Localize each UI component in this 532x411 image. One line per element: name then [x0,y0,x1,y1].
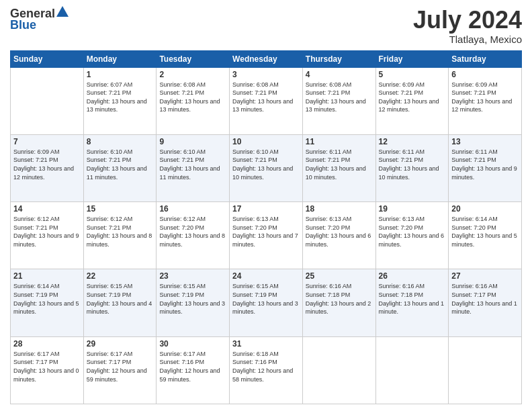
sunrise-text: Sunrise: 6:15 AM [159,282,226,291]
day-number: 7 [13,137,81,146]
logo-blue: Blue [10,18,36,32]
sunset-text: Sunset: 7:19 PM [87,291,154,300]
sunset-text: Sunset: 7:21 PM [232,156,300,165]
calendar-week-3: 14Sunrise: 6:12 AMSunset: 7:21 PMDayligh… [11,202,522,269]
sunset-text: Sunset: 7:21 PM [13,224,81,232]
table-row: 18Sunrise: 6:13 AMSunset: 7:20 PMDayligh… [302,202,375,269]
daylight-text: Daylight: 13 hours and 6 minutes. [379,232,446,248]
daylight-text: Daylight: 13 hours and 12 minutes. [451,97,519,114]
table-row: 28Sunrise: 6:17 AMSunset: 7:17 PMDayligh… [11,336,84,404]
svg-marker-0 [56,6,69,17]
sunset-text: Sunset: 7:17 PM [87,358,154,367]
table-row: 26Sunrise: 6:16 AMSunset: 7:18 PMDayligh… [375,269,449,336]
day-number: 14 [13,204,81,214]
sunset-text: Sunset: 7:21 PM [306,156,373,165]
cell-info: Sunrise: 6:17 AMSunset: 7:17 PMDaylight:… [13,350,81,383]
cell-info: Sunrise: 6:16 AMSunset: 7:17 PMDaylight:… [451,282,519,316]
sunrise-text: Sunrise: 6:18 AM [232,350,300,359]
sunrise-text: Sunrise: 6:08 AM [159,81,226,89]
daylight-text: Daylight: 12 hours and 59 minutes. [159,367,226,383]
cell-info: Sunrise: 6:09 AMSunset: 7:21 PMDaylight:… [451,81,519,114]
logo: General Blue [10,7,69,32]
daylight-text: Daylight: 13 hours and 8 minutes. [159,232,226,248]
sunset-text: Sunset: 7:21 PM [379,89,446,97]
calendar-page: General Blue July 2024 Tlatlaya, Mexico … [0,0,532,411]
table-row: 14Sunrise: 6:12 AMSunset: 7:21 PMDayligh… [11,202,84,269]
day-number: 17 [232,204,300,214]
sunrise-text: Sunrise: 6:16 AM [379,282,446,291]
table-row: 11Sunrise: 6:11 AMSunset: 7:21 PMDayligh… [302,134,375,201]
day-number: 13 [451,137,519,146]
sunrise-text: Sunrise: 6:09 AM [451,81,519,89]
sunrise-text: Sunrise: 6:10 AM [87,148,154,156]
cell-info: Sunrise: 6:17 AMSunset: 7:16 PMDaylight:… [159,350,226,383]
table-row: 9Sunrise: 6:10 AMSunset: 7:21 PMDaylight… [157,134,230,201]
table-row [302,336,375,404]
cell-info: Sunrise: 6:13 AMSunset: 7:20 PMDaylight:… [379,215,446,248]
sunset-text: Sunset: 7:17 PM [13,358,81,367]
sunset-text: Sunset: 7:21 PM [451,89,519,97]
daylight-text: Daylight: 13 hours and 5 minutes. [13,300,81,316]
daylight-text: Daylight: 13 hours and 13 minutes. [159,97,226,114]
sunrise-text: Sunrise: 6:17 AM [159,350,226,359]
daylight-text: Daylight: 12 hours and 58 minutes. [232,367,300,383]
sunrise-text: Sunrise: 6:10 AM [232,148,300,156]
table-row: 8Sunrise: 6:10 AMSunset: 7:21 PMDaylight… [83,134,157,201]
cell-info: Sunrise: 6:11 AMSunset: 7:21 PMDaylight:… [379,148,446,181]
table-row: 25Sunrise: 6:16 AMSunset: 7:18 PMDayligh… [302,269,375,336]
sunset-text: Sunset: 7:17 PM [451,291,519,300]
sunrise-text: Sunrise: 6:12 AM [87,215,154,224]
sunrise-text: Sunrise: 6:11 AM [306,148,373,156]
sunset-text: Sunset: 7:20 PM [232,224,300,232]
daylight-text: Daylight: 13 hours and 10 minutes. [232,165,300,181]
cell-info: Sunrise: 6:09 AMSunset: 7:21 PMDaylight:… [13,148,81,181]
day-number: 25 [306,271,373,281]
table-row: 15Sunrise: 6:12 AMSunset: 7:21 PMDayligh… [83,202,157,269]
cell-info: Sunrise: 6:08 AMSunset: 7:21 PMDaylight:… [232,81,300,114]
sunrise-text: Sunrise: 6:13 AM [306,215,373,224]
day-number: 28 [13,339,81,349]
table-row: 12Sunrise: 6:11 AMSunset: 7:21 PMDayligh… [375,134,449,201]
sunset-text: Sunset: 7:21 PM [232,89,300,97]
daylight-text: Daylight: 13 hours and 13 minutes. [232,97,300,114]
day-number: 6 [451,70,519,79]
daylight-text: Daylight: 13 hours and 9 minutes. [13,232,81,248]
daylight-text: Daylight: 13 hours and 3 minutes. [159,300,226,316]
cell-info: Sunrise: 6:15 AMSunset: 7:19 PMDaylight:… [87,282,154,316]
table-row: 2Sunrise: 6:08 AMSunset: 7:21 PMDaylight… [157,67,230,134]
table-row: 20Sunrise: 6:14 AMSunset: 7:20 PMDayligh… [449,202,522,269]
table-row: 13Sunrise: 6:11 AMSunset: 7:21 PMDayligh… [449,134,522,201]
daylight-text: Daylight: 13 hours and 7 minutes. [232,232,300,248]
cell-info: Sunrise: 6:09 AMSunset: 7:21 PMDaylight:… [379,81,446,114]
calendar-week-4: 21Sunrise: 6:14 AMSunset: 7:19 PMDayligh… [11,269,522,336]
table-row: 3Sunrise: 6:08 AMSunset: 7:21 PMDaylight… [230,67,303,134]
cell-info: Sunrise: 6:07 AMSunset: 7:21 PMDaylight:… [87,81,154,114]
location: Tlatlaya, Mexico [413,34,522,45]
cell-info: Sunrise: 6:10 AMSunset: 7:21 PMDaylight:… [87,148,154,181]
table-row: 24Sunrise: 6:15 AMSunset: 7:19 PMDayligh… [230,269,303,336]
table-row: 19Sunrise: 6:13 AMSunset: 7:20 PMDayligh… [375,202,449,269]
daylight-text: Daylight: 12 hours and 59 minutes. [87,367,154,383]
daylight-text: Daylight: 13 hours and 11 minutes. [87,165,154,181]
daylight-text: Daylight: 13 hours and 11 minutes. [159,165,226,181]
sunrise-text: Sunrise: 6:17 AM [87,350,154,359]
sunset-text: Sunset: 7:19 PM [159,291,226,300]
sunset-text: Sunset: 7:21 PM [159,89,226,97]
day-number: 9 [159,137,226,146]
calendar-week-1: 1Sunrise: 6:07 AMSunset: 7:21 PMDaylight… [11,67,522,134]
daylight-text: Daylight: 13 hours and 13 minutes. [306,97,373,114]
cell-info: Sunrise: 6:11 AMSunset: 7:21 PMDaylight:… [306,148,373,181]
day-number: 16 [159,204,226,214]
table-row: 17Sunrise: 6:13 AMSunset: 7:20 PMDayligh… [230,202,303,269]
sunset-text: Sunset: 7:21 PM [13,156,81,165]
day-number: 24 [232,271,300,281]
table-row: 7Sunrise: 6:09 AMSunset: 7:21 PMDaylight… [11,134,84,201]
sunset-text: Sunset: 7:21 PM [159,156,226,165]
sunrise-text: Sunrise: 6:11 AM [451,148,519,156]
day-number: 5 [379,70,446,79]
daylight-text: Daylight: 13 hours and 8 minutes. [87,232,154,248]
daylight-text: Daylight: 13 hours and 12 minutes. [13,165,81,181]
day-number: 2 [159,70,226,79]
cell-info: Sunrise: 6:14 AMSunset: 7:20 PMDaylight:… [451,215,519,248]
sunset-text: Sunset: 7:16 PM [159,358,226,367]
